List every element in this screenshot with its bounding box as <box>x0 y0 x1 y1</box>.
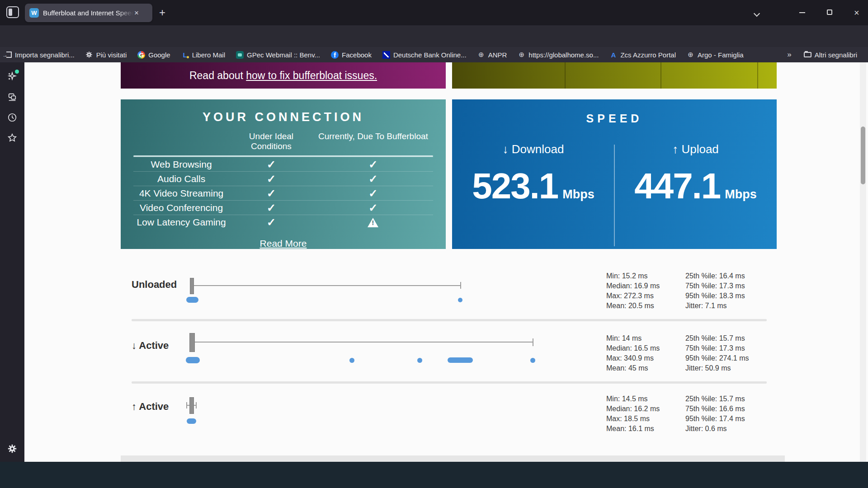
browser-titlebar: W Bufferbloat and Internet Speed × + × <box>0 0 868 25</box>
maximize-button[interactable] <box>827 9 832 15</box>
other-bookmarks-button[interactable]: Altri segnalibri <box>804 51 857 59</box>
warning-icon <box>368 218 378 227</box>
history-clock-icon[interactable] <box>7 113 17 122</box>
bufferbloat-banner: Read about how to fix bufferbloat issues… <box>121 62 446 89</box>
boxplot-max-tick <box>533 338 533 346</box>
latency-dot-cluster <box>448 357 473 363</box>
globe-icon: ⊕ <box>518 51 525 59</box>
screen: W Bufferbloat and Internet Speed × + × ←… <box>0 0 868 488</box>
boxplot-whisker <box>194 285 461 286</box>
latency-row-label: ↑ Active <box>132 401 169 413</box>
check-icon: ✓ <box>313 202 433 214</box>
chart-gridline <box>565 62 566 89</box>
latency-row-label: Unloaded <box>132 279 177 291</box>
bookmark-item[interactable]: Più visitati <box>85 51 127 59</box>
col-header-ideal: Under Ideal Conditions <box>229 131 313 151</box>
bookmark-item[interactable]: GPec Webmail :: Benv... <box>236 51 320 59</box>
google-icon: G <box>137 51 145 59</box>
bookmark-item[interactable]: GGoogle <box>137 51 170 59</box>
check-icon: ✓ <box>229 158 313 171</box>
browser-tab[interactable]: W Bufferbloat and Internet Speed × <box>25 4 152 22</box>
navigation-toolbar: ← → ↻ www.waveform.com/tools/bufferbloat… <box>0 25 868 47</box>
boxplot-max-tick <box>460 282 461 289</box>
download-column: ↓ Download 523.1Mbps <box>452 142 614 204</box>
connection-table: Under Ideal Conditions Currently, Due To… <box>133 131 433 229</box>
bookmark-item[interactable]: ⊕Argo - Famiglia <box>687 51 744 59</box>
upload-unit: Mbps <box>725 188 757 202</box>
latency-stats-col2: 25th %ile: 16.4 ms 75th %ile: 17.3 ms 95… <box>685 271 745 311</box>
list-tabs-icon[interactable] <box>754 11 760 16</box>
table-row: Low Latency Gaming ✓ <box>133 215 433 229</box>
banner-text: Read about how to fix bufferbloat issues… <box>189 70 377 82</box>
read-more-link[interactable]: Read More <box>121 238 446 249</box>
libero-icon: L <box>181 51 189 59</box>
latency-stats-col1: Min: 15.2 ms Median: 16.9 ms Max: 272.3 … <box>606 271 660 311</box>
table-row: Audio Calls ✓ ✓ <box>133 171 433 186</box>
speed-divider <box>614 145 615 246</box>
bookmark-item[interactable]: AZcs Azzurro Portal <box>609 51 676 59</box>
folder-icon <box>804 52 811 57</box>
latency-dot <box>530 358 535 363</box>
settings-gear-icon[interactable] <box>7 444 17 454</box>
firefox-view-icon[interactable] <box>6 6 19 18</box>
latency-dot-cluster <box>186 297 198 303</box>
connection-title: YOUR CONNECTION <box>121 110 446 124</box>
chart-gridline <box>757 62 758 89</box>
bookmark-item[interactable]: ⊕https://globalhome.so... <box>518 51 599 59</box>
section-divider <box>132 381 767 384</box>
section-divider <box>132 319 767 321</box>
latency-row-label: ↓ Active <box>132 340 169 352</box>
check-icon: ✓ <box>229 202 313 214</box>
boxplot-max-tick <box>196 402 197 408</box>
boxplot-box <box>189 333 195 352</box>
minimize-button[interactable] <box>799 12 805 13</box>
fix-bufferbloat-link[interactable]: how to fix bufferbloat issues. <box>246 70 377 81</box>
windows-taskbar: ☁ 22°CNuvoloso Cerca 1 ☁ 05:14 23/09/202… <box>0 462 868 488</box>
col-header-current: Currently, Due To Bufferbloat <box>313 131 433 151</box>
latency-dot <box>417 358 422 363</box>
facebook-icon: f <box>331 51 339 59</box>
bookmark-item[interactable]: LLibero Mail <box>181 51 225 59</box>
bookmark-item[interactable]: ⊕ANPR <box>477 51 507 59</box>
scrollbar-track[interactable] <box>860 62 866 462</box>
bookmark-item[interactable]: fFacebook <box>331 51 372 59</box>
site-favicon: W <box>29 8 39 18</box>
new-tab-button[interactable]: + <box>159 6 165 19</box>
check-icon: ✓ <box>229 216 313 229</box>
latency-stats-col1: Min: 14.5 ms Median: 16.2 ms Max: 18.5 m… <box>606 394 660 434</box>
next-section-edge <box>121 455 785 462</box>
tab-title: Bufferbloat and Internet Speed <box>43 9 133 17</box>
gear-icon <box>85 51 93 59</box>
latency-dot <box>349 358 354 363</box>
boxplot-whisker <box>195 342 533 343</box>
chart-gridline <box>660 62 661 89</box>
bookmarks-star-icon[interactable] <box>7 133 17 143</box>
bookmark-item[interactable]: Deutsche Bank Online... <box>382 51 467 59</box>
synced-tabs-icon[interactable] <box>7 92 17 102</box>
boxplot-box <box>190 278 194 294</box>
import-icon <box>6 52 12 58</box>
ai-chatbot-icon[interactable] <box>7 71 17 81</box>
bookmarks-overflow-icon[interactable]: » <box>787 50 792 59</box>
latency-dot <box>458 298 462 302</box>
latency-dot-cluster <box>186 357 200 363</box>
table-row: Video Conferencing ✓ ✓ <box>133 200 433 215</box>
zcs-icon: A <box>609 51 617 59</box>
tab-close-icon[interactable]: × <box>134 9 139 18</box>
close-window-button[interactable]: × <box>854 8 859 18</box>
your-connection-card: YOUR CONNECTION Under Ideal Conditions C… <box>121 99 446 249</box>
latency-chart-partial <box>452 62 777 89</box>
bookmark-item[interactable]: Importa segnalibri... <box>6 51 75 59</box>
latency-dot-cluster <box>187 418 196 424</box>
upload-label: ↑ Upload <box>614 142 777 156</box>
check-icon: ✓ <box>313 173 433 185</box>
globe-icon: ⊕ <box>477 51 485 59</box>
scrollbar-thumb[interactable] <box>861 127 865 184</box>
check-icon: ✓ <box>313 187 433 200</box>
status-dot <box>15 70 19 74</box>
upload-column: ↑ Upload 447.1Mbps <box>614 142 777 204</box>
download-value: 523.1 <box>472 168 558 204</box>
check-icon: ✓ <box>313 158 433 171</box>
download-label: ↓ Download <box>452 142 614 156</box>
bookmarks-bar: Importa segnalibri... Più visitati GGoog… <box>0 47 868 62</box>
